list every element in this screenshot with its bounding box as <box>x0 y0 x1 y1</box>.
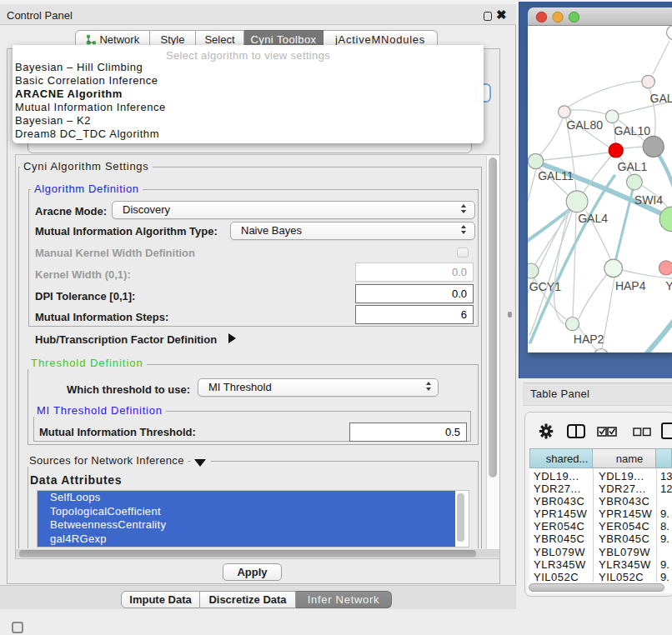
svg-text:GAL4: GAL4 <box>578 212 608 225</box>
svg-text:Y: Y <box>665 279 672 292</box>
svg-text:GAL1: GAL1 <box>618 160 648 173</box>
svg-text:HAP4: HAP4 <box>615 279 646 292</box>
svg-text:SWI4: SWI4 <box>634 193 663 207</box>
svg-text:GCY1: GCY1 <box>529 280 561 293</box>
svg-text:GAL10: GAL10 <box>614 124 650 138</box>
svg-text:GAL80: GAL80 <box>566 118 603 132</box>
svg-text:GAL2: GAL2 <box>650 92 672 105</box>
svg-text:HAP2: HAP2 <box>574 332 604 346</box>
svg-text:GAL11: GAL11 <box>538 169 574 182</box>
